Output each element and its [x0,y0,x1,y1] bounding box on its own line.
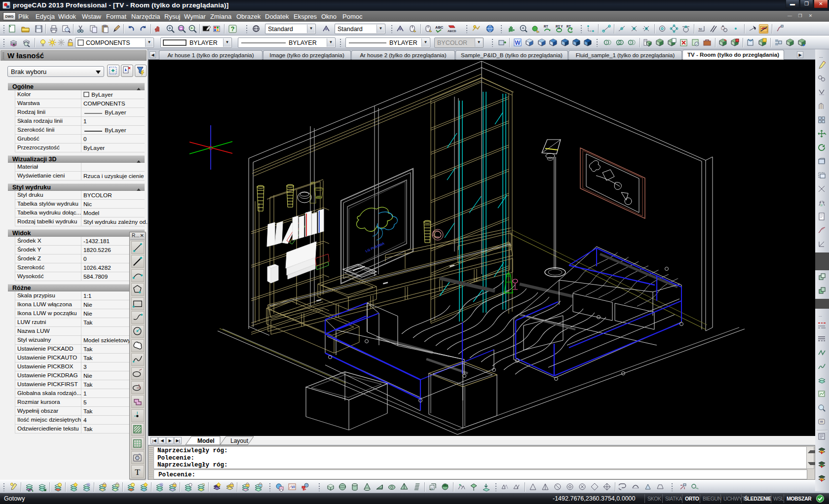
svg-text:10: 10 [291,485,295,489]
svg-text:...: ... [819,313,822,318]
svg-text:W: W [515,39,521,46]
svg-text:...: ... [819,54,823,59]
svg-text:50: 50 [699,28,702,31]
svg-text:Model: Model [197,437,215,444]
svg-text:RT Y: RT Y [556,25,563,28]
svg-text:Layout: Layout [230,437,249,444]
svg-text:?: ? [231,25,235,33]
svg-text:T: T [135,467,140,477]
svg-text:1î: 1î [820,204,823,207]
svg-text:RT: RT [544,25,548,28]
svg-text:LG PLASMA: LG PLASMA [365,242,385,253]
svg-text:tŪ: tŪ [430,488,433,491]
svg-text:ABC: ABC [435,25,444,30]
svg-text:ABCD: ABCD [448,30,456,33]
